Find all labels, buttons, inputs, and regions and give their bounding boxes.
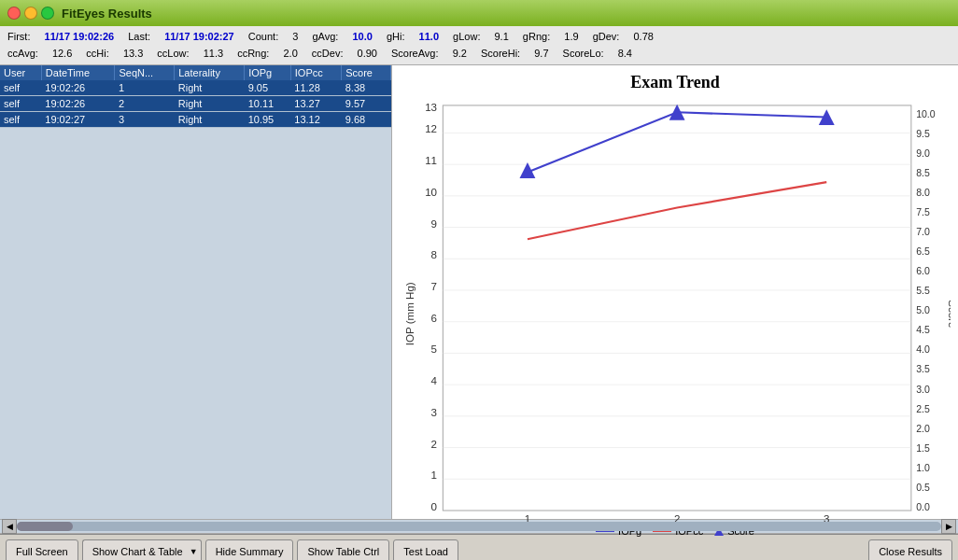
- window-controls[interactable]: [7, 7, 54, 20]
- scrollbar-thumb[interactable]: [17, 522, 73, 531]
- table-cell: 19:02:26: [41, 80, 115, 96]
- maximize-window-button[interactable]: [41, 7, 54, 20]
- col-user: User: [0, 65, 41, 80]
- svg-text:9.5: 9.5: [916, 128, 930, 139]
- cclow-label: ccLow:: [157, 48, 189, 59]
- table-cell: 13.12: [290, 112, 341, 128]
- svg-text:5.0: 5.0: [916, 304, 930, 315]
- count-value: 3: [292, 31, 298, 42]
- gavg-value: 10.0: [352, 31, 372, 42]
- scorehi-value: 9.7: [534, 48, 548, 59]
- scroll-left-button[interactable]: ◀: [2, 519, 17, 534]
- ccavg-value: 12.6: [52, 48, 72, 59]
- table-cell: 1: [115, 80, 175, 96]
- first-label: First:: [7, 31, 30, 42]
- close-window-button[interactable]: [7, 7, 21, 20]
- svg-text:9: 9: [431, 218, 437, 230]
- titlebar: FitEyes Results: [0, 0, 958, 26]
- svg-text:10.0: 10.0: [916, 108, 936, 119]
- svg-text:2.5: 2.5: [916, 403, 930, 414]
- table-cell: 19:02:27: [41, 112, 115, 128]
- svg-text:1.5: 1.5: [916, 442, 930, 454]
- ghi-value: 11.0: [419, 31, 439, 42]
- minimize-window-button[interactable]: [24, 7, 37, 20]
- main-content: User DateTime SeqN... Laterality IOPg IO…: [0, 65, 958, 519]
- table-cell: self: [0, 96, 41, 112]
- scrollbar-track[interactable]: [17, 522, 941, 531]
- svg-text:8.5: 8.5: [916, 167, 930, 178]
- grng-label: gRng:: [523, 31, 550, 42]
- scrollbar[interactable]: ◀ ▶: [0, 519, 958, 534]
- last-value: 11/17 19:02:27: [164, 31, 234, 42]
- table-cell: 19:02:26: [41, 96, 115, 112]
- svg-text:9.0: 9.0: [916, 147, 930, 159]
- ccavg-label: ccAvg:: [7, 48, 38, 59]
- toolbar: Full Screen Show Chart & Table ▼ Hide Su…: [0, 534, 958, 560]
- table-row[interactable]: self19:02:273Right10.9513.129.68: [0, 112, 391, 128]
- first-value: 11/17 19:02:26: [45, 31, 115, 42]
- hide-summary-button[interactable]: Hide Summary: [205, 539, 294, 560]
- table-cell: 9.68: [342, 112, 391, 128]
- svg-text:2.0: 2.0: [916, 423, 930, 434]
- count-label: Count:: [248, 31, 278, 42]
- svg-text:8.0: 8.0: [916, 187, 930, 198]
- svg-text:10: 10: [425, 187, 437, 198]
- col-iopcc: IOPcc: [290, 65, 341, 80]
- test-load-button[interactable]: Test Load: [393, 539, 458, 560]
- data-table: User DateTime SeqN... Laterality IOPg IO…: [0, 65, 391, 128]
- cchi-label: ccHi:: [86, 48, 108, 59]
- scoreavg-value: 9.2: [453, 48, 467, 59]
- svg-text:6.5: 6.5: [916, 245, 930, 257]
- svg-text:0: 0: [431, 501, 437, 512]
- col-score: Score: [342, 65, 391, 80]
- svg-text:7: 7: [431, 281, 437, 292]
- show-chart-table-button[interactable]: Show Chart & Table: [82, 539, 187, 560]
- table-cell: 8.38: [342, 80, 391, 96]
- svg-text:0.5: 0.5: [916, 482, 930, 493]
- close-results-button[interactable]: Close Results: [868, 539, 952, 560]
- svg-text:13: 13: [425, 102, 437, 113]
- gdev-label: gDev:: [593, 31, 620, 42]
- table-cell: 10.11: [245, 96, 291, 112]
- svg-text:4.0: 4.0: [916, 344, 930, 356]
- table-cell: 9.05: [245, 80, 291, 96]
- scorehi-label: ScoreHi:: [481, 48, 520, 59]
- ccrng-value: 2.0: [283, 48, 297, 59]
- chart-panel: Exam Trend 0 1 2 3 4 5 6 7 8 9 10 11 12: [392, 65, 958, 519]
- table-cell: 3: [115, 112, 175, 128]
- svg-text:8: 8: [431, 249, 437, 260]
- cchi-value: 13.3: [123, 48, 143, 59]
- svg-text:12: 12: [425, 124, 437, 135]
- svg-rect-37: [443, 105, 910, 511]
- table-cell: 13.27: [290, 96, 341, 112]
- fullscreen-button[interactable]: Full Screen: [6, 539, 78, 560]
- svg-text:3: 3: [824, 513, 829, 522]
- table-cell: 11.28: [290, 80, 341, 96]
- scorelo-label: ScoreLo:: [563, 48, 604, 59]
- ghi-label: gHi:: [387, 31, 405, 42]
- glow-label: gLow:: [453, 31, 480, 42]
- svg-text:4: 4: [431, 375, 438, 386]
- svg-text:7.5: 7.5: [916, 206, 930, 217]
- svg-text:3: 3: [431, 407, 437, 418]
- ccdev-label: ccDev:: [312, 48, 344, 59]
- col-iopg: IOPg: [245, 65, 291, 80]
- svg-text:0.0: 0.0: [916, 501, 930, 512]
- svg-text:3.0: 3.0: [916, 384, 930, 395]
- table-cell: Right: [175, 80, 245, 96]
- svg-text:11: 11: [425, 155, 437, 166]
- show-table-ctrl-button[interactable]: Show Table Ctrl: [297, 539, 389, 560]
- stats-bar: First: 11/17 19:02:26 Last: 11/17 19:02:…: [0, 26, 958, 65]
- table-row[interactable]: self19:02:261Right9.0511.288.38: [0, 80, 391, 96]
- table-cell: self: [0, 112, 41, 128]
- svg-text:IOP (mm Hg): IOP (mm Hg): [404, 282, 416, 345]
- show-chart-table-dropdown-arrow[interactable]: ▼: [187, 539, 202, 560]
- svg-text:1: 1: [525, 513, 530, 522]
- grng-value: 1.9: [564, 31, 578, 42]
- svg-text:6: 6: [431, 313, 437, 324]
- chart-title: Exam Trend: [630, 73, 720, 92]
- table-cell: Right: [175, 112, 245, 128]
- gavg-label: gAvg:: [312, 31, 338, 42]
- glow-value: 9.1: [495, 31, 509, 42]
- table-row[interactable]: self19:02:262Right10.1113.279.57: [0, 96, 391, 112]
